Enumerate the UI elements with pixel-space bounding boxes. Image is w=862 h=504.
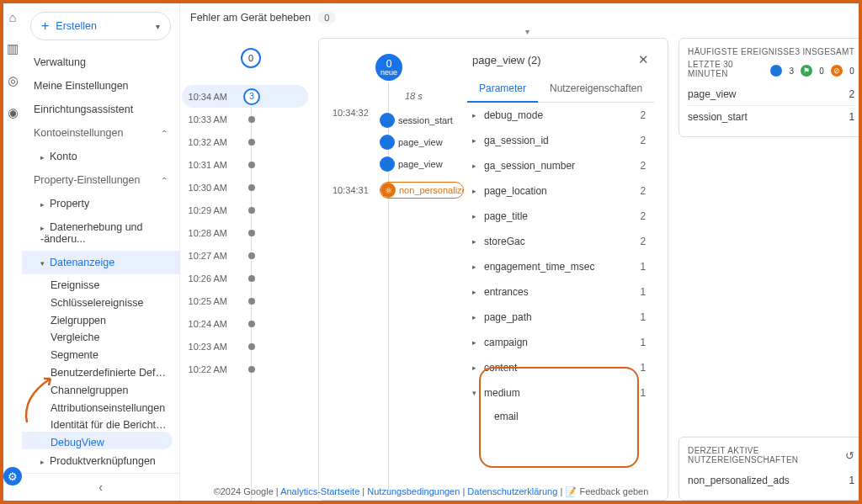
sidebar-item-verwaltung[interactable]: Verwaltung — [22, 50, 179, 74]
top-events-card: HÄUFIGSTE EREIGNISSE 3 INSGESAMT LETZTE … — [678, 38, 862, 137]
sidebar-item-ereignisse[interactable]: Ereignisse — [22, 274, 179, 292]
event-chip-label: page_view — [398, 137, 443, 147]
new-events-bubble[interactable]: 0 neue — [375, 54, 402, 81]
sidebar-item-benutzerdefinierte[interactable]: Benutzerdefinierte Definiti... — [22, 362, 179, 379]
minute-timeline: 0 10:34 AM310:33 AM10:32 AM10:31 AM10:30… — [182, 38, 308, 501]
event-chip-page-view-1[interactable]: 👤 page_view — [380, 135, 443, 150]
home-icon[interactable]: ⌂ — [8, 10, 16, 24]
param-row[interactable]: ▸page_path1 — [467, 305, 654, 330]
tab-nutzereigenschaften[interactable]: Nutzereigenschaften — [538, 76, 654, 102]
timeline-minute-row[interactable]: 10:28 AM — [182, 221, 308, 244]
param-count: 2 — [640, 135, 646, 146]
userprop-icon: ⚛ — [380, 183, 396, 198]
konto-header-label: Kontoeinstellungen — [34, 127, 123, 139]
timeline-minute-row[interactable]: 10:22 AM — [182, 358, 308, 380]
left-icon-rail: ⌂ ▥ ◎ ◉ ⚙ — [3, 3, 22, 501]
param-row[interactable]: ▸debug_mode2 — [467, 103, 654, 128]
sidebar-item-einstellungen[interactable]: Meine Einstellungen — [22, 74, 179, 98]
expand-arrow-icon: ▸ — [472, 288, 484, 296]
timeline-minute-row[interactable]: 10:34 AM3 — [182, 85, 308, 108]
sidebar-item-identitaet[interactable]: Identität für die Berichters... — [22, 414, 179, 432]
param-row[interactable]: ▸content1 — [467, 355, 654, 380]
expand-arrow-icon: ▸ — [472, 363, 484, 372]
top-event-row[interactable]: session_start1 — [688, 106, 854, 128]
sidebar-item-vergleiche[interactable]: Vergleiche — [22, 326, 179, 344]
sidebar-item-datenanzeige[interactable]: Datenanzeige — [22, 251, 179, 274]
event-chip-session-start[interactable]: 👤 session_start — [380, 113, 453, 128]
explore-icon[interactable]: ◎ — [8, 73, 19, 88]
sidebar-item-konto[interactable]: Konto — [22, 145, 179, 168]
param-row[interactable]: ▸ga_session_id2 — [467, 128, 654, 153]
footer-link-nutzung[interactable]: Nutzungsbedingungen — [367, 486, 460, 496]
param-name: content — [484, 362, 640, 374]
top-events-header: HÄUFIGSTE EREIGNISSE — [688, 47, 795, 56]
footer-link-startseite[interactable]: Analytics-Startseite — [280, 486, 359, 496]
user-prop-row[interactable]: non_personalized_ads1 — [688, 470, 854, 491]
sidebar-item-segmente[interactable]: Segmente — [22, 344, 179, 362]
param-row[interactable]: ▸page_location2 — [467, 178, 654, 204]
events-legend: 👤3 ⚑0 ⊘0 — [770, 65, 854, 77]
expand-arrow-icon: ▸ — [472, 111, 484, 119]
dropdown-indicator-icon[interactable]: ▾ — [180, 27, 862, 36]
footer-feedback[interactable]: 📝 Feedback geben — [565, 486, 648, 496]
sidebar-item-channelgruppen[interactable]: Channelgruppen — [22, 379, 179, 397]
sidebar-item-attribution[interactable]: Attributionseinstellungen — [22, 397, 179, 415]
timeline-live-bubble[interactable]: 0 — [241, 48, 261, 68]
reports-icon[interactable]: ▥ — [7, 41, 19, 56]
timeline-dot — [248, 321, 255, 327]
event-chip-non-personalize[interactable]: ⚛ non_personalize — [380, 182, 464, 199]
timeline-minute-row[interactable]: 10:30 AM — [182, 176, 308, 199]
timeline-dot — [248, 343, 255, 350]
legend-conv-count: 0 — [819, 66, 824, 76]
detail-tabs: Parameter Nutzereigenschaften — [467, 76, 654, 103]
top-event-count: 1 — [849, 111, 854, 123]
detail-title: page_view (2) — [472, 54, 638, 66]
footer-feedback-label: Feedback geben — [579, 486, 648, 496]
sidebar-item-debugview[interactable]: DebugView — [22, 432, 173, 449]
event-chip-label: non_personalize — [399, 185, 464, 195]
sidebar-item-datenerhebung[interactable]: Datenerhebung und -änderu... — [22, 215, 179, 251]
event-chip-page-view-2[interactable]: 👤 page_view — [380, 157, 443, 172]
timeline-minute-row[interactable]: 10:26 AM — [182, 267, 308, 289]
top-event-row[interactable]: page_view2 — [688, 83, 854, 106]
sidebar-header-konto[interactable]: Kontoeinstellungen ⌃ — [22, 121, 179, 145]
param-row[interactable]: ▾medium1 — [467, 380, 654, 406]
sidebar-item-einrichtung[interactable]: Einrichtungsassistent — [22, 98, 179, 121]
tab-parameter[interactable]: Parameter — [467, 76, 538, 103]
sidebar-item-schluesselereignisse[interactable]: Schlüsselereignisse — [22, 292, 179, 310]
param-row[interactable]: ▸storeGac2 — [467, 229, 654, 254]
sidebar-collapse-toggle[interactable]: ‹ — [22, 473, 179, 501]
timeline-dot — [248, 366, 255, 373]
history-icon[interactable]: ↺ — [845, 449, 854, 462]
timeline-minute-row[interactable]: 10:24 AM — [182, 312, 308, 335]
chevron-down-icon: ▾ — [156, 22, 160, 31]
param-row[interactable]: ▸entrances1 — [467, 279, 654, 305]
param-row[interactable]: ▸page_title2 — [467, 204, 654, 229]
sidebar-header-property[interactable]: Property-Einstellungen ⌃ — [22, 168, 179, 192]
timeline-minute-row[interactable]: 10:32 AM — [182, 130, 308, 153]
sidebar-item-zielgruppen[interactable]: Zielgruppen — [22, 310, 179, 327]
timeline-dot — [248, 139, 255, 146]
sidebar-item-produktverknuepfungen[interactable]: Produktverknüpfungen — [22, 449, 179, 473]
create-button[interactable]: + Erstellen ▾ — [30, 12, 171, 40]
param-row[interactable]: ▸engagement_time_msec1 — [467, 254, 654, 279]
timeline-minute-row[interactable]: 10:29 AM — [182, 199, 308, 221]
close-icon[interactable]: ✕ — [638, 52, 649, 67]
timeline-minute-row[interactable]: 10:23 AM — [182, 335, 308, 358]
parameter-list[interactable]: ▸debug_mode2▸ga_session_id2▸ga_session_n… — [467, 103, 654, 422]
param-name: page_location — [484, 185, 640, 197]
admin-gear-icon[interactable]: ⚙ — [3, 467, 22, 485]
sidebar-item-property[interactable]: Property — [22, 192, 179, 215]
param-row[interactable]: ▸campaign1 — [467, 330, 654, 355]
device-error-count: 0 — [317, 12, 336, 24]
timeline-minute-row[interactable]: 10:31 AM — [182, 153, 308, 176]
timeline-minute-row[interactable]: 10:33 AM — [182, 108, 308, 130]
timeline-minute-row[interactable]: 10:27 AM — [182, 244, 308, 267]
param-count: 2 — [640, 210, 646, 222]
timeline-time-label: 10:22 AM — [182, 364, 234, 374]
footer-link-datenschutz[interactable]: Datenschutzerklärung — [467, 486, 557, 496]
timeline-minute-row[interactable]: 10:25 AM — [182, 289, 308, 312]
legend-error-count: 0 — [849, 66, 854, 76]
param-row[interactable]: ▸ga_session_number2 — [467, 153, 654, 178]
advertising-icon[interactable]: ◉ — [8, 105, 19, 120]
